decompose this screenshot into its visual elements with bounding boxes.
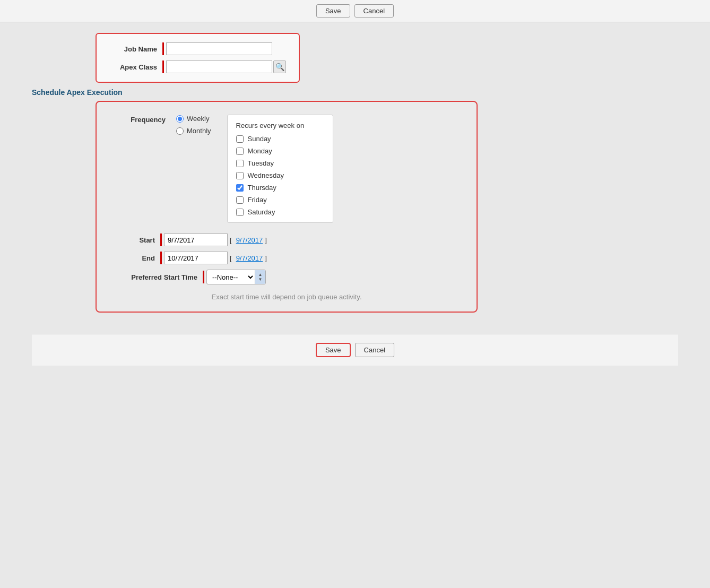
apex-class-lookup-button[interactable]: 🔍	[273, 60, 286, 73]
frequency-radio-group: Weekly Monthly	[176, 115, 211, 135]
day-thursday-checkbox[interactable]	[236, 184, 244, 192]
page-content: Job Name Apex Class 🔍 Schedule Apex Exec…	[0, 22, 710, 376]
day-monday[interactable]: Monday	[236, 147, 324, 155]
start-date-link[interactable]: 9/7/2017	[236, 236, 263, 244]
day-sunday-label: Sunday	[248, 135, 271, 143]
day-friday[interactable]: Friday	[236, 196, 324, 204]
day-saturday-checkbox[interactable]	[236, 209, 244, 216]
day-saturday[interactable]: Saturday	[236, 208, 324, 216]
frequency-weekly-option[interactable]: Weekly	[176, 115, 211, 123]
preferred-start-time-row: Preferred Start Time --None-- 12:00 AM 1…	[112, 270, 461, 284]
day-friday-checkbox[interactable]	[236, 196, 244, 204]
apex-class-input[interactable]	[166, 60, 272, 73]
day-wednesday-label: Wednesday	[248, 171, 284, 179]
top-save-button[interactable]: Save	[316, 4, 350, 18]
day-monday-checkbox[interactable]	[236, 148, 244, 155]
end-bracket-open: [	[230, 254, 232, 262]
start-bracket-close: ]	[265, 236, 267, 244]
job-name-row: Job Name	[109, 42, 286, 55]
day-tuesday-checkbox[interactable]	[236, 160, 244, 167]
hint-text: Exact start time will depend on job queu…	[112, 293, 461, 301]
day-sunday[interactable]: Sunday	[236, 135, 324, 143]
apex-class-label: Apex Class	[109, 63, 157, 71]
top-cancel-button[interactable]: Cancel	[354, 4, 394, 18]
frequency-monthly-radio[interactable]	[176, 127, 184, 135]
day-wednesday[interactable]: Wednesday	[236, 171, 324, 179]
day-thursday[interactable]: Thursday	[236, 184, 324, 192]
day-tuesday-label: Tuesday	[248, 159, 274, 167]
start-bracket-open: [	[230, 236, 232, 244]
top-toolbar: Save Cancel	[0, 0, 710, 22]
days-box: Recurs every week on Sunday Monday Tuesd…	[227, 115, 333, 223]
job-name-input[interactable]	[166, 42, 272, 55]
select-arrows-icon[interactable]: ▲ ▼	[255, 270, 265, 284]
day-saturday-label: Saturday	[248, 208, 275, 216]
schedule-left-spacer	[32, 101, 96, 313]
frequency-monthly-option[interactable]: Monthly	[176, 127, 211, 135]
day-sunday-checkbox[interactable]	[236, 135, 244, 143]
start-field-wrapper	[160, 234, 228, 246]
job-name-label: Job Name	[109, 45, 157, 53]
job-name-required-bar	[162, 42, 164, 55]
date-rows: Start [ 9/7/2017 ] End [	[112, 234, 461, 284]
frequency-row: Frequency Weekly Monthly Recurs every we…	[112, 115, 461, 223]
end-field-wrapper	[160, 252, 228, 264]
apex-class-field-wrapper: 🔍	[162, 60, 286, 73]
end-date-link[interactable]: 9/7/2017	[236, 254, 263, 262]
day-friday-label: Friday	[248, 196, 267, 204]
day-tuesday[interactable]: Tuesday	[236, 159, 324, 167]
pst-required-bar	[203, 271, 204, 283]
end-bracket-close: ]	[265, 254, 267, 262]
start-label: Start	[112, 236, 155, 244]
bottom-toolbar: Save Cancel	[32, 334, 678, 366]
frequency-label: Frequency	[112, 115, 166, 124]
schedule-box: Frequency Weekly Monthly Recurs every we…	[96, 101, 478, 313]
end-label: End	[112, 254, 155, 262]
frequency-monthly-label: Monthly	[187, 127, 211, 135]
day-thursday-label: Thursday	[248, 184, 276, 192]
apex-class-required-bar	[162, 60, 164, 73]
job-apex-form-box: Job Name Apex Class 🔍	[96, 33, 300, 83]
lookup-icon: 🔍	[275, 63, 284, 71]
bottom-save-button[interactable]: Save	[316, 343, 351, 357]
job-name-field-wrapper	[162, 42, 272, 55]
end-required-bar	[160, 252, 162, 264]
section-title: Schedule Apex Execution	[32, 88, 123, 97]
day-monday-label: Monday	[248, 147, 272, 155]
apex-class-row: Apex Class 🔍	[109, 60, 286, 73]
frequency-weekly-radio[interactable]	[176, 115, 184, 123]
end-date-row: End [ 9/7/2017 ]	[112, 252, 461, 264]
day-wednesday-checkbox[interactable]	[236, 172, 244, 179]
preferred-start-time-select-wrapper: --None-- 12:00 AM 1:00 AM 2:00 AM 3:00 A…	[206, 270, 266, 284]
recurs-label: Recurs every week on	[236, 122, 324, 129]
start-required-bar	[160, 234, 162, 246]
bottom-cancel-button[interactable]: Cancel	[355, 343, 394, 357]
start-date-row: Start [ 9/7/2017 ]	[112, 234, 461, 246]
frequency-weekly-label: Weekly	[187, 115, 209, 123]
preferred-start-time-label: Preferred Start Time	[112, 273, 197, 281]
start-date-input[interactable]	[164, 234, 228, 246]
preferred-start-time-wrapper: --None-- 12:00 AM 1:00 AM 2:00 AM 3:00 A…	[203, 270, 266, 284]
preferred-start-time-select[interactable]: --None-- 12:00 AM 1:00 AM 2:00 AM 3:00 A…	[207, 270, 255, 284]
end-date-input[interactable]	[164, 252, 228, 264]
schedule-section: Frequency Weekly Monthly Recurs every we…	[32, 101, 678, 313]
